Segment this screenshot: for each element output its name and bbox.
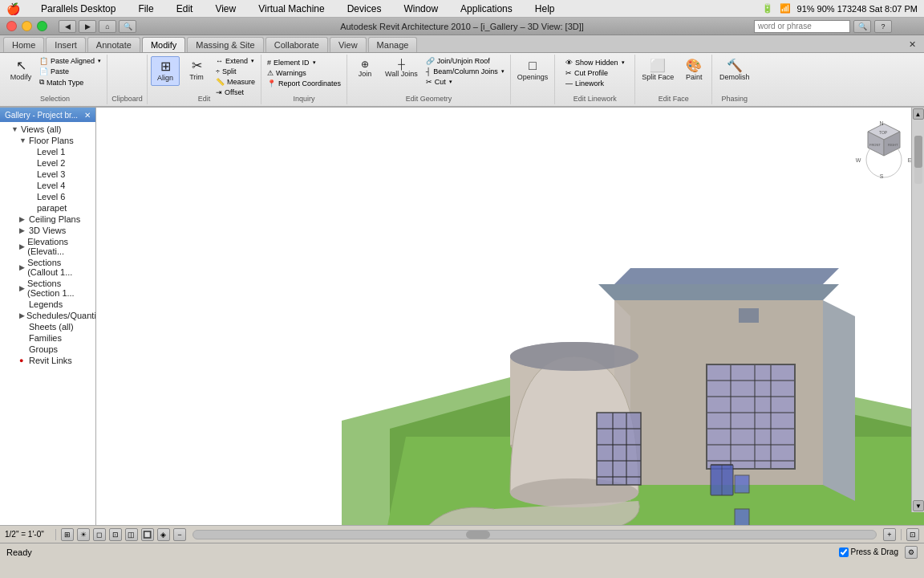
tab-annotate[interactable]: Annotate [87, 37, 140, 52]
hide-icon[interactable]: ◫ [125, 528, 138, 541]
search-submit-icon[interactable]: 🔍 [853, 20, 871, 33]
viewport[interactable]: TOP FRONT RIGHT N S W E ▲ ▼ [96, 108, 924, 525]
tree-item-sections-section[interactable]: ▶ Sections (Section 1... [2, 278, 94, 299]
menu-edit[interactable]: Edit [172, 2, 198, 16]
zoom-out-icon[interactable]: − [173, 528, 186, 541]
panel-close-button[interactable]: ✕ [84, 111, 91, 120]
paste-button[interactable]: 📄 Paste [37, 67, 103, 76]
trim-button[interactable]: ✂ Trim [182, 56, 211, 84]
tree-item-3d-views[interactable]: ▶ 3D Views [2, 225, 94, 236]
minimize-button[interactable] [22, 21, 32, 31]
align-button[interactable]: ⊞ Align [151, 56, 180, 86]
tree-item-revit-links[interactable]: ● Revit Links [2, 355, 94, 366]
help-icon[interactable]: ? [874, 20, 892, 33]
status-ready: Ready [6, 547, 32, 557]
tab-massing[interactable]: Massing & Site [187, 37, 263, 52]
join-unjoin-button[interactable]: 🔗 Join/Unjoin Roof [424, 56, 507, 66]
apple-menu[interactable]: 🍎 [6, 2, 20, 15]
tree-item-sections-callout[interactable]: ▶ Sections (Callout 1... [2, 257, 94, 278]
tree-item-groups[interactable]: Groups [2, 344, 94, 355]
menu-help[interactable]: Help [530, 2, 560, 16]
measure-button[interactable]: 📏 Measure [213, 77, 257, 87]
menu-applications[interactable]: Applications [456, 2, 517, 16]
offset-button[interactable]: ⇥ Offset [213, 88, 257, 97]
press-drag-checkbox[interactable] [839, 547, 849, 557]
menu-devices[interactable]: Devices [342, 2, 387, 16]
tree-item-level2[interactable]: Level 2 [2, 157, 94, 169]
menu-window[interactable]: Window [399, 2, 443, 16]
menu-view[interactable]: View [210, 2, 241, 16]
wall-joins-button[interactable]: ┼ Wall Joins [382, 56, 421, 81]
vscroll-down-button[interactable]: ▼ [913, 500, 924, 511]
project-tree[interactable]: ▼ Views (all) ▼ Floor Plans Level 1 Leve… [0, 122, 95, 525]
zoom-in-icon[interactable]: + [883, 528, 896, 541]
modify-button[interactable]: ↖ Modify [6, 56, 35, 84]
tree-item-level3[interactable]: Level 3 [2, 169, 94, 180]
join-button[interactable]: ⊕ Join [351, 56, 379, 81]
forward-icon[interactable]: ▶ [79, 20, 96, 33]
view-settings-icon[interactable]: ⊞ [61, 528, 74, 541]
split-button[interactable]: ÷ Split [213, 67, 257, 76]
tree-item-families[interactable]: Families [2, 332, 94, 344]
close-button[interactable] [6, 21, 17, 31]
tab-view[interactable]: View [330, 37, 367, 52]
home-icon[interactable]: ⌂ [99, 20, 116, 33]
tree-item-level1[interactable]: Level 1 [2, 146, 94, 157]
extend-button[interactable]: ↔ Extend ▾ [213, 56, 257, 66]
tree-item-views-all[interactable]: ▼ Views (all) [2, 124, 94, 135]
match-type-button[interactable]: ⧉ Match Type [37, 77, 103, 88]
search-input[interactable] [754, 20, 850, 33]
tree-item-sheets[interactable]: Sheets (all) [2, 321, 94, 332]
paint-button[interactable]: 🎨 Paint [679, 56, 708, 84]
openings-button[interactable]: □ Openings [514, 56, 552, 84]
tab-collaborate[interactable]: Collaborate [265, 37, 328, 52]
3d-nav-icon[interactable]: 🔲 [141, 528, 154, 541]
tree-item-parapet[interactable]: parapet [2, 202, 94, 214]
warnings-button[interactable]: ⚠ Warnings [265, 68, 343, 78]
linework-button[interactable]: — Linework [563, 79, 627, 88]
element-id-button[interactable]: # Element ID ▾ [265, 58, 343, 67]
tree-item-floor-plans[interactable]: ▼ Floor Plans [2, 135, 94, 146]
tab-home[interactable]: Home [3, 37, 44, 52]
tab-extra[interactable]: ✕ [902, 37, 922, 52]
toolbar-icons: ◀ ▶ ⌂ 🔍 [59, 20, 136, 33]
panel-header: Gallery - Project br... ✕ [0, 108, 95, 122]
ribbon-group-edit: ⊞ Align ✂ Trim ↔ Extend ▾ ÷ Split 📏 [148, 55, 261, 104]
maximize-button[interactable] [37, 21, 47, 31]
menu-parallels[interactable]: Parallels Desktop [36, 2, 120, 16]
editface-group-label: Edit Face [659, 95, 689, 103]
menu-file[interactable]: File [133, 2, 158, 16]
view-cube[interactable]: TOP FRONT RIGHT N S W E [852, 116, 916, 180]
tree-item-schedules[interactable]: ▶ Schedules/Quantitie... [2, 310, 94, 321]
vertical-scrollbar[interactable]: ▲ ▼ [911, 108, 924, 512]
cut-button[interactable]: ✂ Cut ▾ [424, 77, 507, 87]
tab-manage[interactable]: Manage [368, 37, 418, 52]
main-area: Gallery - Project br... ✕ ▼ Views (all) … [0, 108, 924, 525]
render-icon[interactable]: ◈ [157, 528, 170, 541]
paste-aligned-button[interactable]: 📋 Paste Aligned ▾ [37, 56, 103, 66]
back-icon[interactable]: ◀ [59, 20, 76, 33]
status-settings-icon[interactable]: ⚙ [905, 546, 918, 559]
show-hidden-button[interactable]: 👁 Show Hidden ▾ [563, 58, 627, 67]
zoom-slider[interactable] [192, 530, 877, 539]
tab-insert[interactable]: Insert [46, 37, 86, 52]
report-coords-button[interactable]: 📍 Report Coordinates [265, 79, 343, 88]
tab-modify[interactable]: Modify [142, 37, 185, 52]
crop-icon[interactable]: ⊡ [109, 528, 122, 541]
sun-settings-icon[interactable]: ☀ [77, 528, 90, 541]
region-icon[interactable]: ◻ [93, 528, 106, 541]
cut-profile-button[interactable]: ✂ Cut Profile [563, 68, 627, 78]
menu-vm[interactable]: Virtual Machine [253, 2, 330, 16]
tree-item-level6[interactable]: Level 6 [2, 191, 94, 202]
fit-view-icon[interactable]: ⊡ [906, 528, 919, 541]
vscroll-up-button[interactable]: ▲ [913, 108, 924, 120]
tree-item-legends[interactable]: Legends [2, 299, 94, 310]
split-face-button[interactable]: ⬜ Split Face [638, 56, 677, 84]
search-toolbar-icon[interactable]: 🔍 [119, 20, 136, 33]
demolish-button[interactable]: 🔨 Demolish [716, 56, 753, 84]
beam-column-button[interactable]: ┤ Beam/Column Joins ▾ [424, 67, 507, 76]
align-icon: ⊞ [160, 60, 171, 73]
tree-item-ceiling-plans[interactable]: ▶ Ceiling Plans [2, 214, 94, 225]
tree-item-elevations[interactable]: ▶ Elevations (Elevati... [2, 236, 94, 257]
tree-item-level4[interactable]: Level 4 [2, 180, 94, 191]
